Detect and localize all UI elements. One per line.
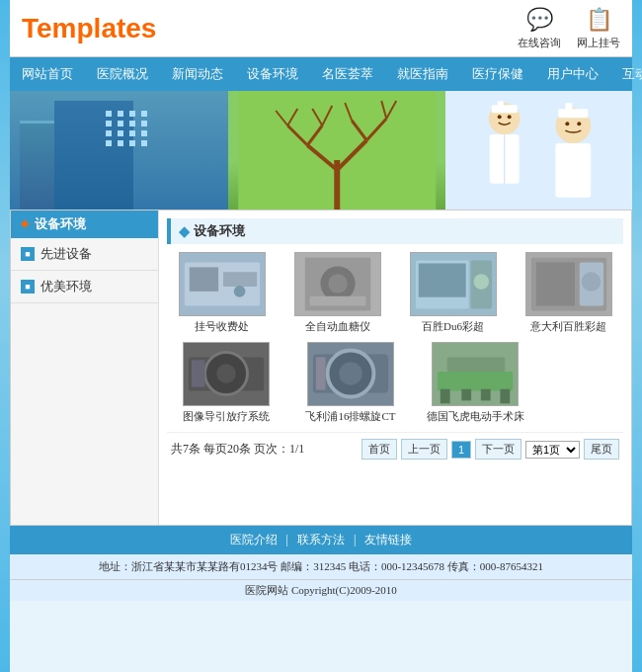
banner-mid	[228, 91, 446, 210]
svg-rect-62	[441, 389, 450, 404]
header: Templates 💬 在线咨询 📋 网上挂号	[10, 0, 632, 57]
nav-doctors[interactable]: 名医荟萃	[310, 57, 385, 91]
svg-rect-53	[192, 360, 205, 386]
sidebar: ✦ 设备环境 ■ 先进设备 ■ 优美环境	[11, 210, 159, 525]
equipment-item-1[interactable]: 全自动血糖仪	[282, 252, 392, 334]
main-content: ◆ 设备环境 挂号收费处 全自动血糖仪	[159, 210, 631, 525]
pagination-bar: 共7条 每页20条 页次：1/1 首页 上一页 1 下一页 第1页 尾页	[167, 432, 623, 465]
content-section-title: ◆ 设备环境	[167, 218, 623, 244]
nurse-svg	[445, 91, 632, 210]
equipment-item-3[interactable]: 意大利百胜彩超	[514, 252, 623, 334]
footer-address: 地址：浙江省某某市某某路有01234号 邮编：312345 电话：000-123…	[10, 554, 632, 579]
register-icon: 📋	[584, 6, 613, 34]
footer-links: 医院介绍 | 联系方法 | 友情链接	[10, 526, 632, 554]
equipment-image-3	[525, 252, 612, 316]
equipment-image-5	[307, 342, 394, 406]
nav-hospital[interactable]: 医院概况	[85, 57, 160, 91]
nav-equipment[interactable]: 设备环境	[235, 57, 310, 91]
logo: Templates	[22, 13, 156, 44]
settings-icon: ✦	[19, 216, 31, 233]
svg-rect-63	[500, 389, 510, 404]
pagination-controls: 首页 上一页 1 下一页 第1页 尾页	[361, 439, 619, 460]
equipment-image-6	[432, 342, 519, 406]
svg-rect-64	[461, 389, 471, 401]
equipment-grid-row2: 图像导引放疗系统 飞利浦16排螺旋CT 德国飞虎电动手术床	[167, 342, 623, 424]
svg-point-57	[339, 362, 361, 384]
equipment-image-1	[294, 252, 381, 316]
svg-rect-41	[418, 263, 465, 296]
svg-rect-22	[558, 109, 588, 118]
svg-rect-65	[481, 389, 491, 401]
banner-right	[445, 91, 632, 210]
nav-health[interactable]: 医疗保健	[460, 57, 535, 91]
svg-rect-61	[447, 357, 506, 372]
bullet-icon-2: ■	[21, 280, 35, 294]
equipment-image-2	[410, 252, 497, 316]
equipment-item-5[interactable]: 飞利浦16排螺旋CT	[291, 342, 410, 424]
equipment-item-2[interactable]: 百胜Du6彩超	[398, 252, 508, 334]
equipment-label-6: 德国飞虎电动手术床	[427, 409, 524, 424]
equipment-image-0	[179, 252, 266, 316]
svg-point-28	[577, 122, 581, 126]
svg-rect-46	[535, 263, 574, 306]
footer-link-intro[interactable]: 医院介绍	[230, 533, 278, 546]
prev-page-button[interactable]: 上一页	[401, 439, 447, 460]
equipment-label-5: 飞利浦16排螺旋CT	[305, 409, 395, 424]
footer-link-contact[interactable]: 联系方法	[297, 533, 345, 546]
equipment-item-6[interactable]: 德国飞虎电动手术床	[416, 342, 534, 424]
svg-rect-18	[498, 101, 504, 109]
chat-icon: 💬	[524, 6, 554, 34]
nav-home[interactable]: 网站首页	[10, 57, 85, 91]
banner	[10, 91, 632, 210]
svg-rect-31	[189, 267, 217, 291]
svg-point-33	[233, 286, 245, 297]
nav-news[interactable]: 新闻动态	[160, 57, 235, 91]
svg-point-43	[473, 274, 489, 290]
sidebar-item-advanced[interactable]: ■ 先进设备	[11, 238, 158, 271]
svg-rect-23	[565, 103, 572, 113]
pagination-info: 共7条 每页20条 页次：1/1	[171, 441, 304, 458]
equipment-label-4: 图像导引放疗系统	[183, 409, 270, 424]
equipment-label-3: 意大利百胜彩超	[530, 319, 606, 334]
page-select[interactable]: 第1页	[525, 441, 580, 459]
svg-point-52	[216, 364, 236, 383]
svg-rect-32	[222, 272, 256, 287]
bullet-icon: ■	[21, 247, 35, 261]
last-page-button[interactable]: 尾页	[584, 439, 619, 460]
svg-rect-17	[492, 105, 518, 113]
sidebar-title: ✦ 设备环境	[11, 210, 158, 238]
nav-user[interactable]: 用户中心	[535, 57, 610, 91]
nav-guide[interactable]: 就医指南	[385, 57, 460, 91]
svg-point-25	[498, 115, 502, 119]
svg-point-48	[581, 272, 601, 292]
content-area: ✦ 设备环境 ■ 先进设备 ■ 优美环境 ◆ 设备环境	[10, 210, 632, 526]
nav-interact[interactable]: 互动资讯	[610, 57, 642, 91]
sidebar-item-beautiful[interactable]: ■ 优美环境	[11, 271, 158, 303]
building-2	[54, 101, 133, 210]
first-page-button[interactable]: 首页	[361, 439, 397, 460]
header-icons: 💬 在线咨询 📋 网上挂号	[518, 6, 620, 50]
svg-rect-38	[309, 296, 365, 306]
online-consult-button[interactable]: 💬 在线咨询	[518, 6, 561, 50]
svg-rect-60	[438, 372, 513, 391]
tree-svg	[228, 91, 446, 210]
footer-copyright: 医院网站 Copyright(C)2009-2010	[10, 579, 632, 601]
title-icon: ◆	[179, 223, 190, 240]
register-online-button[interactable]: 📋 网上挂号	[577, 6, 620, 50]
equipment-label-2: 百胜Du6彩超	[422, 319, 484, 334]
svg-point-37	[328, 274, 348, 294]
svg-point-27	[565, 122, 569, 126]
equipment-item-0[interactable]: 挂号收费处	[167, 252, 277, 334]
equipment-label-1: 全自动血糖仪	[305, 319, 370, 334]
banner-left	[10, 91, 228, 210]
svg-rect-58	[316, 357, 326, 389]
equipment-label-0: 挂号收费处	[195, 319, 249, 334]
svg-point-26	[508, 115, 512, 119]
equipment-image-4	[183, 342, 270, 406]
nav-bar: 网站首页 医院概况 新闻动态 设备环境 名医荟萃 就医指南 医疗保健 用户中心 …	[10, 57, 632, 91]
page-number-button[interactable]: 1	[451, 441, 471, 459]
footer-link-friends[interactable]: 友情链接	[364, 533, 412, 546]
next-page-button[interactable]: 下一页	[475, 439, 522, 460]
equipment-item-4[interactable]: 图像导引放疗系统	[167, 342, 285, 424]
equipment-grid-row1: 挂号收费处 全自动血糖仪 百胜Du6彩超	[167, 252, 623, 334]
